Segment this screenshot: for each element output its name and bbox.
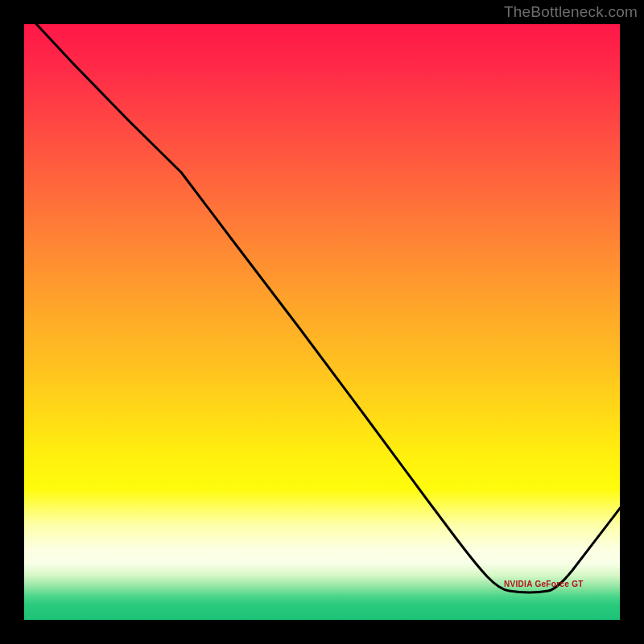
chart-canvas: TheBottleneck.com NVIDIA GeForce GT — [0, 0, 644, 644]
line-overlay — [24, 24, 620, 620]
data-line — [24, 24, 620, 592]
attribution-text: TheBottleneck.com — [504, 3, 638, 21]
dip-label: NVIDIA GeForce GT — [504, 580, 584, 588]
plot-area: NVIDIA GeForce GT — [24, 24, 620, 620]
